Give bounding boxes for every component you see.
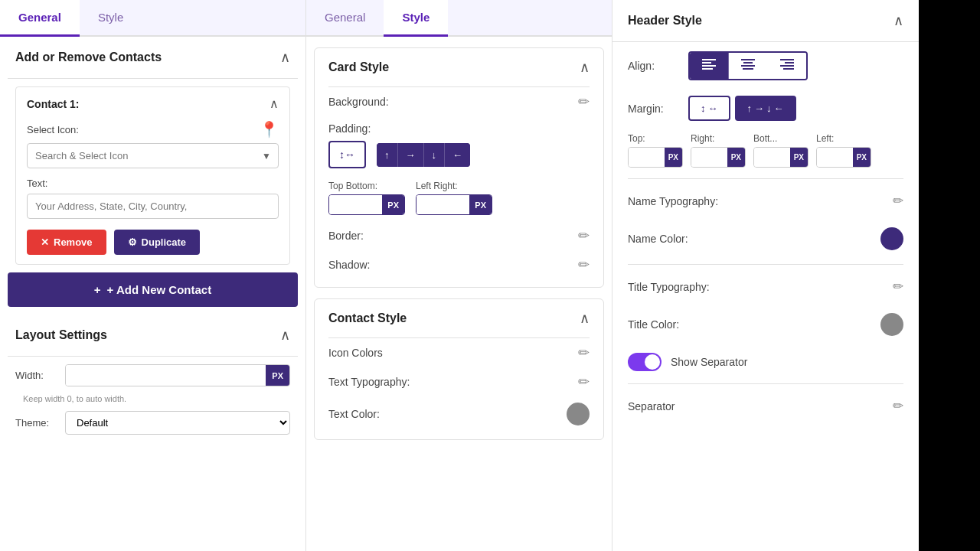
- left-right-px-badge: PX: [469, 195, 492, 214]
- contact-style-header[interactable]: Contact Style ∧: [315, 299, 603, 337]
- contact-1-block: Contact 1: ∧ Select Icon: 📍 ▼ Text:: [15, 86, 290, 265]
- svg-rect-0: [702, 59, 716, 60]
- theme-select[interactable]: Default Dark Light: [65, 411, 290, 435]
- name-color-row: Name Color:: [612, 218, 919, 259]
- separator-label: Separator: [628, 400, 675, 412]
- title-color-swatch[interactable]: [880, 313, 903, 336]
- text-input[interactable]: [27, 194, 279, 219]
- margin-right-input[interactable]: 0: [691, 148, 727, 167]
- left-panel: General Style Add or Remove Contacts ∧ C…: [0, 0, 306, 551]
- toggle-thumb: [645, 354, 660, 370]
- right-panel-title: Header Style: [628, 14, 702, 28]
- add-remove-contacts-section-header[interactable]: Add or Remove Contacts ∧: [0, 37, 305, 78]
- layout-settings-chevron-icon: ∧: [280, 327, 290, 344]
- left-tabs: General Style: [0, 0, 305, 37]
- search-select-input[interactable]: [27, 143, 279, 168]
- margin-right-label: Right:: [691, 133, 746, 144]
- tab-general-middle[interactable]: General: [306, 0, 384, 37]
- title-typography-edit-icon[interactable]: ✏: [893, 279, 903, 295]
- layout-settings-section-header[interactable]: Layout Settings ∧: [0, 315, 305, 356]
- contact-style-chevron-icon: ∧: [580, 310, 590, 327]
- card-style-chevron-icon: ∧: [580, 59, 590, 76]
- card-style-header[interactable]: Card Style ∧: [315, 48, 603, 86]
- middle-panel: General Style Card Style ∧ Background: ✏…: [306, 0, 612, 551]
- background-edit-icon[interactable]: ✏: [578, 93, 590, 110]
- margin-bottom-label: Bott...: [753, 133, 808, 144]
- padding-button-group: ↕↔ ↑ → ↓ ←: [328, 141, 590, 168]
- svg-rect-2: [702, 65, 716, 67]
- search-select-wrapper: ▼: [27, 143, 279, 168]
- top-bottom-input-field: 30 PX: [328, 194, 405, 215]
- svg-rect-8: [780, 59, 794, 60]
- card-style-section: Card Style ∧ Background: ✏ Padding: ↕↔ ↑…: [314, 47, 604, 288]
- padding-linked-button[interactable]: ↕↔: [328, 141, 366, 168]
- top-bottom-input[interactable]: 30: [329, 195, 382, 214]
- padding-right-icon[interactable]: →: [398, 143, 424, 167]
- name-typography-edit-icon[interactable]: ✏: [893, 193, 903, 209]
- padding-direction-buttons: ↑ → ↓ ←: [377, 143, 470, 167]
- add-remove-contacts-title: Add or Remove Contacts: [15, 51, 162, 64]
- tab-style-left[interactable]: Style: [80, 0, 142, 37]
- margin-bottom-px: PX: [790, 148, 808, 167]
- tab-general-left[interactable]: General: [0, 0, 80, 37]
- align-row: Align:: [612, 42, 919, 90]
- border-edit-icon[interactable]: ✏: [578, 227, 590, 244]
- name-color-label: Name Color:: [628, 233, 688, 245]
- svg-rect-11: [783, 68, 794, 70]
- select-icon-field: Select Icon: 📍 ▼: [27, 120, 279, 168]
- padding-down-icon[interactable]: ↓: [424, 143, 446, 167]
- remove-button[interactable]: ✕ Remove: [27, 230, 106, 255]
- align-right-icon: [780, 59, 794, 70]
- align-left-button[interactable]: [690, 53, 729, 79]
- text-color-swatch[interactable]: [567, 403, 590, 425]
- right-panel-header: Header Style ∧: [612, 0, 919, 42]
- margin-linked-button[interactable]: ↕ ↔: [688, 96, 730, 121]
- width-row: Width: 600 PX: [8, 364, 298, 386]
- margin-right-group: Right: 0 PX: [691, 133, 746, 168]
- left-right-group: Left Right: 25 PX: [416, 181, 492, 215]
- show-separator-toggle[interactable]: [628, 353, 662, 371]
- align-center-icon: [741, 59, 755, 70]
- margin-bottom-group: Bott... 30 PX: [753, 133, 808, 168]
- padding-left-icon[interactable]: ←: [445, 143, 470, 167]
- svg-rect-6: [741, 65, 755, 67]
- padding-up-icon[interactable]: ↑: [377, 143, 398, 167]
- tab-style-middle[interactable]: Style: [384, 0, 448, 37]
- name-color-swatch[interactable]: [880, 227, 903, 250]
- text-field: Text:: [27, 178, 279, 219]
- up-icon: ↑: [747, 103, 753, 114]
- text-typography-edit-icon[interactable]: ✏: [578, 373, 590, 390]
- width-input-field: 600 PX: [65, 364, 290, 386]
- width-hint: Keep width 0, to auto width.: [8, 394, 298, 403]
- divider-1: [8, 78, 298, 79]
- title-typography-row: Title Typography: ✏: [612, 269, 919, 304]
- contact-btn-row: ✕ Remove ⚙ Duplicate: [27, 230, 279, 255]
- add-new-contact-button[interactable]: + + Add New Contact: [8, 272, 298, 307]
- width-input[interactable]: 600: [66, 365, 266, 386]
- left-right-input[interactable]: 25: [416, 195, 469, 214]
- layout-settings-title: Layout Settings: [15, 328, 107, 342]
- margin-top-input[interactable]: 0: [629, 148, 665, 167]
- margin-left-input[interactable]: 0: [817, 148, 853, 167]
- down-icon: ↓: [766, 103, 772, 114]
- shadow-label: Shadow:: [328, 259, 370, 271]
- x-icon: ✕: [41, 236, 49, 248]
- right-panel-chevron-icon: ∧: [893, 12, 903, 29]
- margin-right-field: 0 PX: [691, 147, 746, 168]
- align-right-button[interactable]: [768, 53, 806, 79]
- duplicate-button[interactable]: ⚙ Duplicate: [114, 230, 201, 255]
- margin-directions-button[interactable]: ↑ → ↓ ←: [735, 96, 796, 121]
- title-color-label: Title Color:: [628, 318, 679, 331]
- plus-icon: +: [94, 283, 101, 296]
- contact-style-title: Contact Style: [328, 311, 407, 325]
- margin-bottom-input[interactable]: 30: [754, 148, 790, 167]
- theme-row: Theme: Default Dark Light: [8, 411, 298, 435]
- align-center-button[interactable]: [729, 53, 768, 79]
- separator-edit-icon[interactable]: ✏: [893, 398, 903, 414]
- align-label: Align:: [628, 60, 678, 72]
- contact-1-title-row[interactable]: Contact 1: ∧: [27, 96, 279, 111]
- align-button-group: [688, 51, 808, 80]
- shadow-edit-icon[interactable]: ✏: [578, 256, 590, 273]
- add-remove-chevron-icon: ∧: [280, 49, 290, 66]
- icon-colors-edit-icon[interactable]: ✏: [578, 344, 590, 361]
